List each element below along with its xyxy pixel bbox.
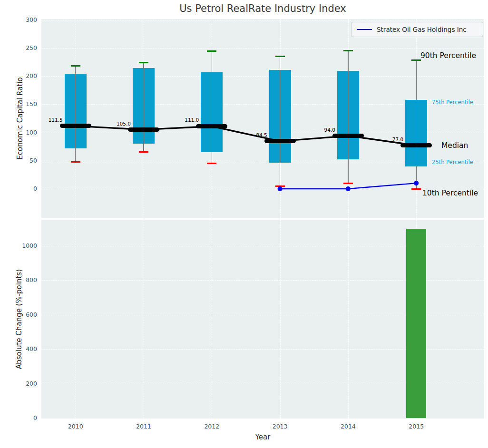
gridline-h — [41, 76, 484, 77]
y-tick-label: 400 — [0, 345, 37, 352]
median-marker-2011 — [128, 127, 159, 132]
y-tick-label: 200 — [0, 380, 37, 387]
gridline-v — [212, 220, 212, 419]
top-y-axis-label: Economic Capital Ratio — [16, 71, 24, 166]
whisker-2012 — [212, 51, 212, 164]
x-tick-label: 2012 — [195, 423, 228, 430]
cap-90th-2012 — [207, 50, 216, 52]
change-bar-2015 — [406, 229, 426, 418]
y-tick-label: 150 — [0, 100, 37, 107]
figure: Us Petrol RealRate Industry Index Econom… — [0, 0, 488, 448]
cap-90th-2011 — [139, 62, 148, 63]
cap-90th-2014 — [343, 50, 353, 51]
cap-10th-2012 — [207, 163, 216, 164]
gridline-v — [76, 220, 76, 419]
x-tick-label: 2010 — [59, 423, 92, 430]
cap-90th-2013 — [275, 56, 285, 57]
legend-label: Stratex Oil Gas Holdings Inc — [377, 26, 467, 33]
y-tick-label: 0 — [0, 414, 37, 421]
median-label-2014: 94.0 — [302, 127, 335, 133]
median-marker-2013 — [264, 139, 296, 143]
x-tick-label: 2014 — [332, 423, 365, 430]
chart-title: Us Petrol RealRate Industry Index — [41, 3, 484, 14]
y-tick-label: 300 — [0, 16, 37, 23]
cap-10th-2013 — [275, 185, 285, 187]
whisker-2014 — [348, 51, 348, 183]
median-label-2013: 84.5 — [234, 132, 267, 138]
cap-90th-2015 — [411, 59, 421, 61]
gridline-v — [280, 220, 281, 419]
annotation-75th-percentile: 75th Percentile — [432, 99, 473, 106]
y-tick-label: 600 — [0, 311, 37, 318]
gridline-h — [41, 20, 484, 20]
legend: Stratex Oil Gas Holdings Inc — [351, 22, 483, 37]
median-label-2015: 77.0 — [370, 136, 403, 142]
cap-90th-2010 — [71, 65, 80, 67]
whisker-2013 — [280, 57, 280, 186]
annotation-90th-percentile: 90th Percentile — [420, 51, 476, 60]
x-tick-label: 2011 — [127, 423, 160, 430]
annotation-25th-percentile: 25th Percentile — [432, 159, 473, 166]
median-marker-2015 — [400, 143, 432, 147]
y-tick-label: 100 — [0, 129, 37, 136]
gridline-v — [144, 220, 144, 419]
cap-10th-2014 — [343, 183, 353, 184]
x-axis-label: Year — [41, 433, 484, 441]
median-label-2010: 111.5 — [29, 117, 63, 123]
gridline-h — [41, 48, 484, 49]
whisker-2011 — [143, 63, 144, 152]
whisker-2015 — [416, 60, 417, 189]
annotation-10th-percentile: 10th Percentile — [422, 189, 478, 197]
median-marker-2014 — [332, 134, 364, 138]
y-tick-label: 0 — [0, 185, 37, 192]
cap-10th-2015 — [411, 188, 421, 190]
legend-line-swatch — [357, 29, 372, 30]
y-tick-label: 50 — [0, 157, 37, 164]
absolute-change-plot — [41, 220, 484, 419]
annotation-median: Median — [441, 141, 468, 150]
whisker-2010 — [75, 66, 76, 162]
x-tick-label: 2013 — [264, 423, 297, 430]
industry-index-plot: 111.5105.0111.084.594.077.0 — [41, 19, 484, 218]
cap-10th-2010 — [71, 161, 80, 163]
median-label-2011: 105.0 — [98, 121, 131, 127]
gridline-v — [348, 220, 349, 419]
median-marker-2010 — [60, 124, 91, 128]
cap-10th-2011 — [139, 151, 148, 153]
y-tick-label: 200 — [0, 72, 37, 79]
x-tick-label: 2015 — [400, 423, 433, 430]
y-tick-label: 250 — [0, 44, 37, 51]
median-label-2012: 111.0 — [166, 117, 199, 123]
y-tick-label: 1000 — [0, 242, 37, 249]
median-marker-2012 — [196, 124, 227, 128]
y-tick-label: 800 — [0, 276, 37, 283]
